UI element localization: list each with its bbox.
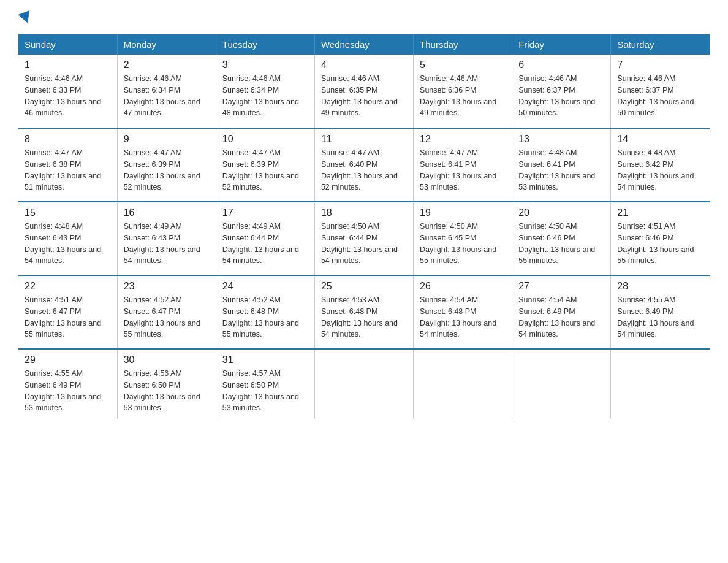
day-number: 31 — [222, 354, 308, 366]
day-number: 8 — [25, 134, 111, 145]
calendar-cell: 29 Sunrise: 4:55 AMSunset: 6:49 PMDaylig… — [18, 349, 117, 419]
day-number: 28 — [617, 281, 703, 292]
calendar-cell: 20 Sunrise: 4:50 AMSunset: 6:46 PMDaylig… — [512, 202, 611, 275]
calendar-cell: 22 Sunrise: 4:51 AMSunset: 6:47 PMDaylig… — [18, 275, 117, 349]
calendar-cell: 3 Sunrise: 4:46 AMSunset: 6:34 PMDayligh… — [216, 55, 314, 128]
week-row-2: 8 Sunrise: 4:47 AMSunset: 6:38 PMDayligh… — [18, 128, 710, 202]
calendar-cell — [512, 349, 611, 419]
day-info: Sunrise: 4:51 AMSunset: 6:46 PMDaylight:… — [617, 222, 694, 265]
calendar-cell: 19 Sunrise: 4:50 AMSunset: 6:45 PMDaylig… — [414, 202, 512, 275]
day-info: Sunrise: 4:46 AMSunset: 6:34 PMDaylight:… — [222, 74, 299, 117]
calendar-cell: 14 Sunrise: 4:48 AMSunset: 6:42 PMDaylig… — [611, 128, 710, 202]
day-number: 25 — [321, 281, 407, 292]
day-info: Sunrise: 4:46 AMSunset: 6:37 PMDaylight:… — [518, 74, 595, 117]
day-info: Sunrise: 4:50 AMSunset: 6:44 PMDaylight:… — [321, 222, 398, 265]
day-number: 4 — [321, 59, 407, 71]
day-info: Sunrise: 4:48 AMSunset: 6:41 PMDaylight:… — [518, 148, 595, 191]
calendar-cell: 10 Sunrise: 4:47 AMSunset: 6:39 PMDaylig… — [216, 128, 314, 202]
day-info: Sunrise: 4:48 AMSunset: 6:42 PMDaylight:… — [617, 148, 694, 191]
calendar-table: SundayMondayTuesdayWednesdayThursdayFrid… — [18, 34, 710, 419]
column-header-monday: Monday — [117, 34, 216, 55]
calendar-cell: 16 Sunrise: 4:49 AMSunset: 6:43 PMDaylig… — [117, 202, 216, 275]
calendar-cell: 13 Sunrise: 4:48 AMSunset: 6:41 PMDaylig… — [512, 128, 611, 202]
calendar-cell: 25 Sunrise: 4:53 AMSunset: 6:48 PMDaylig… — [314, 275, 413, 349]
calendar-cell: 6 Sunrise: 4:46 AMSunset: 6:37 PMDayligh… — [512, 55, 611, 128]
day-number: 16 — [124, 207, 210, 218]
day-number: 18 — [321, 207, 407, 218]
day-info: Sunrise: 4:47 AMSunset: 6:38 PMDaylight:… — [25, 148, 101, 191]
day-info: Sunrise: 4:54 AMSunset: 6:48 PMDaylight:… — [420, 296, 496, 339]
day-info: Sunrise: 4:55 AMSunset: 6:49 PMDaylight:… — [25, 369, 101, 412]
day-number: 15 — [25, 207, 111, 218]
day-info: Sunrise: 4:54 AMSunset: 6:49 PMDaylight:… — [518, 296, 595, 339]
day-info: Sunrise: 4:46 AMSunset: 6:34 PMDaylight:… — [124, 74, 200, 117]
column-header-tuesday: Tuesday — [216, 34, 314, 55]
week-row-1: 1 Sunrise: 4:46 AMSunset: 6:33 PMDayligh… — [18, 55, 710, 128]
day-number: 7 — [617, 59, 703, 71]
column-header-thursday: Thursday — [414, 34, 512, 55]
week-row-5: 29 Sunrise: 4:55 AMSunset: 6:49 PMDaylig… — [18, 349, 710, 419]
day-info: Sunrise: 4:47 AMSunset: 6:41 PMDaylight:… — [420, 148, 496, 191]
column-header-sunday: Sunday — [18, 34, 117, 55]
calendar-cell: 4 Sunrise: 4:46 AMSunset: 6:35 PMDayligh… — [314, 55, 413, 128]
day-number: 5 — [420, 59, 506, 71]
week-row-4: 22 Sunrise: 4:51 AMSunset: 6:47 PMDaylig… — [18, 275, 710, 349]
calendar-cell: 21 Sunrise: 4:51 AMSunset: 6:46 PMDaylig… — [611, 202, 710, 275]
column-header-saturday: Saturday — [611, 34, 710, 55]
day-number: 20 — [518, 207, 604, 218]
day-info: Sunrise: 4:50 AMSunset: 6:46 PMDaylight:… — [518, 222, 595, 265]
day-number: 12 — [420, 134, 506, 145]
calendar-cell: 5 Sunrise: 4:46 AMSunset: 6:36 PMDayligh… — [414, 55, 512, 128]
calendar-cell: 26 Sunrise: 4:54 AMSunset: 6:48 PMDaylig… — [414, 275, 512, 349]
calendar-cell: 18 Sunrise: 4:50 AMSunset: 6:44 PMDaylig… — [314, 202, 413, 275]
day-number: 19 — [420, 207, 506, 218]
day-info: Sunrise: 4:46 AMSunset: 6:37 PMDaylight:… — [617, 74, 694, 117]
day-info: Sunrise: 4:55 AMSunset: 6:49 PMDaylight:… — [617, 296, 694, 339]
calendar-cell: 30 Sunrise: 4:56 AMSunset: 6:50 PMDaylig… — [117, 349, 216, 419]
day-info: Sunrise: 4:47 AMSunset: 6:39 PMDaylight:… — [222, 148, 299, 191]
day-info: Sunrise: 4:47 AMSunset: 6:40 PMDaylight:… — [321, 148, 398, 191]
calendar-cell: 2 Sunrise: 4:46 AMSunset: 6:34 PMDayligh… — [117, 55, 216, 128]
day-info: Sunrise: 4:46 AMSunset: 6:33 PMDaylight:… — [25, 74, 101, 117]
day-number: 11 — [321, 134, 407, 145]
day-number: 27 — [518, 281, 604, 292]
day-number: 10 — [222, 134, 308, 145]
day-info: Sunrise: 4:46 AMSunset: 6:36 PMDaylight:… — [420, 74, 496, 117]
calendar-header-row: SundayMondayTuesdayWednesdayThursdayFrid… — [18, 34, 710, 55]
day-info: Sunrise: 4:56 AMSunset: 6:50 PMDaylight:… — [124, 369, 200, 412]
calendar-cell: 9 Sunrise: 4:47 AMSunset: 6:39 PMDayligh… — [117, 128, 216, 202]
page-header — [18, 12, 710, 23]
day-number: 26 — [420, 281, 506, 292]
calendar-cell: 31 Sunrise: 4:57 AMSunset: 6:50 PMDaylig… — [216, 349, 314, 419]
calendar-cell: 8 Sunrise: 4:47 AMSunset: 6:38 PMDayligh… — [18, 128, 117, 202]
day-number: 6 — [518, 59, 604, 71]
day-number: 30 — [124, 354, 210, 366]
column-header-friday: Friday — [512, 34, 611, 55]
column-header-wednesday: Wednesday — [314, 34, 413, 55]
calendar-cell: 15 Sunrise: 4:48 AMSunset: 6:43 PMDaylig… — [18, 202, 117, 275]
day-number: 24 — [222, 281, 308, 292]
day-info: Sunrise: 4:46 AMSunset: 6:35 PMDaylight:… — [321, 74, 398, 117]
day-number: 14 — [617, 134, 703, 145]
logo-triangle-icon — [18, 10, 34, 25]
calendar-cell — [414, 349, 512, 419]
day-info: Sunrise: 4:47 AMSunset: 6:39 PMDaylight:… — [124, 148, 200, 191]
day-number: 21 — [617, 207, 703, 218]
day-info: Sunrise: 4:52 AMSunset: 6:48 PMDaylight:… — [222, 296, 299, 339]
day-info: Sunrise: 4:50 AMSunset: 6:45 PMDaylight:… — [420, 222, 496, 265]
day-info: Sunrise: 4:57 AMSunset: 6:50 PMDaylight:… — [222, 369, 299, 412]
day-number: 29 — [25, 354, 111, 366]
day-number: 23 — [124, 281, 210, 292]
week-row-3: 15 Sunrise: 4:48 AMSunset: 6:43 PMDaylig… — [18, 202, 710, 275]
calendar-cell — [314, 349, 413, 419]
day-info: Sunrise: 4:49 AMSunset: 6:44 PMDaylight:… — [222, 222, 299, 265]
calendar-cell: 27 Sunrise: 4:54 AMSunset: 6:49 PMDaylig… — [512, 275, 611, 349]
day-number: 9 — [124, 134, 210, 145]
day-info: Sunrise: 4:52 AMSunset: 6:47 PMDaylight:… — [124, 296, 200, 339]
calendar-cell: 28 Sunrise: 4:55 AMSunset: 6:49 PMDaylig… — [611, 275, 710, 349]
day-number: 2 — [124, 59, 210, 71]
calendar-cell: 7 Sunrise: 4:46 AMSunset: 6:37 PMDayligh… — [611, 55, 710, 128]
day-info: Sunrise: 4:48 AMSunset: 6:43 PMDaylight:… — [25, 222, 101, 265]
calendar-cell: 11 Sunrise: 4:47 AMSunset: 6:40 PMDaylig… — [314, 128, 413, 202]
day-info: Sunrise: 4:53 AMSunset: 6:48 PMDaylight:… — [321, 296, 398, 339]
